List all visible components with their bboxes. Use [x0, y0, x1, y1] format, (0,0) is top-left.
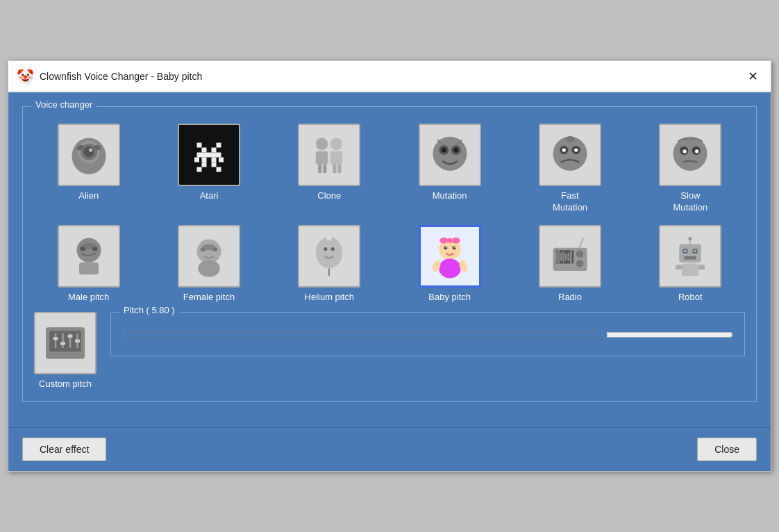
svg-rect-27 [338, 165, 342, 173]
svg-point-54 [316, 237, 343, 269]
slow-mutation-label: SlowMutation [673, 190, 707, 214]
voice-item-baby-pitch[interactable]: Baby pitch [395, 225, 504, 304]
svg-point-38 [562, 149, 566, 152]
clear-effect-button[interactable]: Clear effect [22, 438, 106, 461]
svg-rect-73 [558, 250, 560, 263]
svg-rect-77 [567, 253, 569, 261]
voice-item-female-pitch[interactable]: Female pitch [154, 225, 263, 304]
svg-rect-18 [196, 167, 201, 172]
svg-rect-74 [560, 253, 562, 261]
window-close-button[interactable]: ✕ [743, 67, 762, 86]
svg-rect-23 [324, 165, 327, 173]
female-pitch-icon-box [178, 225, 240, 288]
svg-point-80 [576, 260, 584, 267]
voice-item-atari[interactable]: Atari [154, 124, 263, 214]
svg-point-60 [439, 238, 448, 244]
main-window: 🤡 Clownfish Voice Changer - Baby pitch ✕… [8, 60, 771, 472]
svg-rect-82 [680, 244, 702, 263]
svg-rect-49 [92, 247, 97, 251]
voice-item-clone[interactable]: Clone [275, 124, 384, 214]
svg-point-62 [447, 238, 452, 243]
pitch-slider-label: Pitch ( 5.80 ) [119, 305, 179, 315]
svg-rect-102 [75, 340, 80, 342]
svg-rect-48 [80, 247, 85, 251]
svg-rect-76 [565, 254, 567, 260]
helium-pitch-label: Helium pitch [305, 292, 355, 304]
close-button[interactable]: Close [697, 438, 757, 461]
svg-rect-13 [201, 158, 206, 163]
svg-point-3 [83, 147, 94, 158]
svg-point-45 [695, 149, 698, 153]
group-label: Voice changer [31, 99, 97, 110]
svg-rect-87 [685, 256, 697, 259]
custom-pitch-icon-box [34, 312, 97, 374]
custom-pitch-item[interactable]: Custom pitch [34, 312, 97, 390]
svg-rect-78 [570, 250, 572, 263]
mutation-icon-box [419, 124, 481, 186]
svg-rect-75 [562, 251, 564, 263]
svg-point-58 [327, 235, 332, 240]
atari-label: Atari [200, 190, 219, 202]
clone-icon-box [298, 124, 360, 186]
slow-mutation-icon-box [659, 124, 721, 186]
voice-item-slow-mutation[interactable]: SlowMutation [636, 124, 745, 214]
svg-rect-22 [319, 165, 322, 173]
svg-rect-9 [201, 148, 206, 153]
voice-item-male-pitch[interactable]: Male pitch [34, 225, 143, 304]
helium-pitch-icon-box [298, 225, 360, 288]
window-title: Clownfish Voice Changer - Baby pitch [40, 71, 202, 82]
voice-item-radio[interactable]: Radio [515, 225, 624, 304]
svg-point-65 [446, 247, 447, 248]
alien-icon-box [58, 124, 120, 186]
svg-rect-26 [333, 165, 337, 173]
bottom-row: Custom pitch Pitch ( 5.80 ) [34, 312, 745, 390]
pitch-slider[interactable] [122, 325, 733, 344]
svg-rect-8 [216, 143, 221, 148]
footer: Clear effect Close [8, 427, 771, 471]
voice-item-helium-pitch[interactable]: Helium pitch [275, 225, 384, 304]
mutation-label: Mutation [433, 190, 467, 202]
voice-item-robot[interactable]: Robot [636, 225, 745, 304]
svg-rect-92 [699, 265, 705, 269]
female-pitch-label: Female pitch [183, 292, 235, 304]
voice-item-alien[interactable]: Alien [34, 124, 143, 214]
svg-rect-15 [219, 158, 224, 163]
svg-point-55 [324, 247, 327, 251]
alien-label: Alien [78, 190, 99, 202]
svg-point-24 [330, 138, 343, 151]
baby-pitch-icon-box [419, 225, 481, 288]
svg-rect-17 [211, 163, 216, 167]
svg-rect-47 [79, 263, 99, 275]
svg-rect-85 [685, 250, 687, 252]
svg-point-64 [452, 246, 455, 249]
svg-rect-90 [682, 264, 699, 276]
voice-changer-group: Voice changer [22, 106, 757, 402]
svg-rect-98 [60, 342, 65, 344]
svg-point-4 [89, 149, 92, 152]
voice-item-mutation[interactable]: Mutation [395, 124, 504, 214]
svg-point-51 [198, 260, 220, 277]
svg-rect-14 [211, 158, 216, 163]
svg-point-66 [454, 247, 455, 248]
svg-rect-72 [555, 251, 558, 263]
voice-item-fast-mutation[interactable]: FastMutation [515, 124, 624, 214]
fast-mutation-label: FastMutation [553, 190, 587, 214]
male-pitch-label: Male pitch [68, 292, 109, 304]
slider-wrapper [122, 325, 733, 344]
svg-point-89 [689, 237, 692, 240]
svg-point-61 [451, 238, 460, 244]
svg-point-28 [433, 137, 467, 171]
radio-icon-box [539, 225, 601, 288]
svg-rect-11 [196, 153, 221, 158]
voice-grid: Alien [34, 124, 745, 304]
content-area: Voice changer [8, 92, 771, 427]
svg-rect-91 [676, 265, 682, 269]
svg-rect-7 [196, 143, 201, 148]
svg-rect-100 [68, 335, 73, 338]
svg-point-40 [565, 136, 575, 142]
radio-label: Radio [558, 292, 582, 304]
svg-point-32 [453, 148, 458, 153]
baby-pitch-label: Baby pitch [428, 292, 471, 304]
svg-point-39 [574, 149, 578, 152]
custom-pitch-label: Custom pitch [39, 379, 92, 390]
